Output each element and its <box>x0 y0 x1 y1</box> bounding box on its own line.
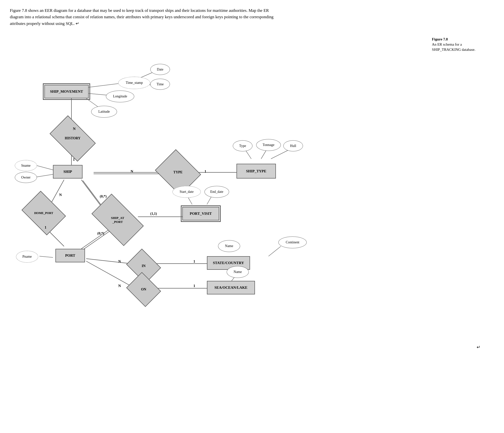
hull-label: Hull <box>290 144 296 148</box>
ship-movement-entity: SHIP_MOVEMENT <box>44 85 89 98</box>
start-date-label: Start_date <box>180 190 194 194</box>
port-label: PORT <box>65 253 75 258</box>
svg-line-13 <box>52 180 64 202</box>
sname-attr: Sname <box>15 160 37 171</box>
pname-label: Pname <box>22 255 32 259</box>
latitude-label: Latitude <box>98 110 110 114</box>
latitude-attr: Latitude <box>91 106 117 118</box>
continent-attr: Continent <box>278 236 307 248</box>
ship-movement-label: SHIP_MOVEMENT <box>50 90 83 94</box>
date-label: Date <box>157 68 163 72</box>
diagram-svg <box>10 34 490 355</box>
cardinality-home-port-n: N <box>59 193 62 197</box>
sea-ocean-lake-entity: SEA/OCEAN/LAKE <box>207 281 255 294</box>
sea-name-label: Name <box>234 270 242 274</box>
end-date-label: End_date <box>210 190 223 194</box>
state-name-attr: Name <box>218 240 240 252</box>
history-label: HISTORY <box>65 136 81 141</box>
sea-name-attr: Name <box>227 266 249 278</box>
port-entity: PORT <box>55 249 85 262</box>
svg-line-31 <box>34 174 53 177</box>
ship-label: SHIP <box>63 170 72 174</box>
time-stamp-label: Time_stamp <box>126 81 143 85</box>
cardinality-ship-at-port-0n-lower: (0;*) <box>97 232 104 235</box>
svg-line-30 <box>34 165 53 170</box>
figure-subtitle: An ER schema for a <box>432 42 462 46</box>
in-label: IN <box>142 264 146 268</box>
home-port-label: HOME_PORT <box>34 211 53 215</box>
port-visit-label: PORT_VISIT <box>190 212 212 216</box>
port-visit-entity: PORT_VISIT <box>182 207 219 220</box>
type-attr: Type <box>233 140 252 151</box>
tonnage-attr: Tonnage <box>256 139 281 151</box>
sname-label: Sname <box>21 164 31 168</box>
cardinality-type-1: 1 <box>204 169 206 174</box>
svg-line-22 <box>86 259 131 264</box>
ship-entity: SHIP <box>53 165 83 179</box>
cardinality-ship-at-port-11: (1,1) <box>150 212 157 216</box>
ship-type-entity: SHIP_TYPE <box>236 164 276 179</box>
start-date-attr: Start_date <box>172 186 201 198</box>
time-label: Time <box>156 82 164 86</box>
cardinality-in-n: N <box>118 259 121 264</box>
on-diamond: ON <box>130 278 157 301</box>
type-diamond: TYPE <box>160 158 196 187</box>
cardinality-in-1: 1 <box>193 259 195 264</box>
svg-line-29 <box>39 256 53 257</box>
svg-line-2 <box>89 84 118 87</box>
pname-attr: Pname <box>16 251 38 263</box>
type-label: TYPE <box>173 170 183 175</box>
type-attr-label: Type <box>239 144 246 148</box>
time-attr: Time <box>150 79 170 90</box>
svg-line-26 <box>269 246 281 256</box>
sea-ocean-lake-label: SEA/OCEAN/LAKE <box>214 286 247 290</box>
cardinality-history-n: N <box>73 127 76 131</box>
tonnage-label: Tonnage <box>263 143 274 147</box>
longitude-label: Longitude <box>113 94 127 98</box>
figure-caption: Figure 7.8 An ER schema for a SHIP_TRACK… <box>432 37 475 52</box>
ship-type-label: SHIP_TYPE <box>246 169 267 173</box>
figure-subtitle2: SHIP_TRACKING database. <box>432 48 475 52</box>
cardinality-history-1: 1 <box>73 158 75 162</box>
figure-title: Figure 7.8 <box>432 37 448 41</box>
return-arrow: ↵ <box>477 344 480 350</box>
intro-paragraph: Figure 7.8 shows an EER diagram for a da… <box>10 7 281 27</box>
cardinality-type-n: N <box>131 169 133 174</box>
hull-attr: Hull <box>283 140 303 151</box>
home-port-diamond: HOME_PORT <box>26 199 62 227</box>
longitude-attr: Longitude <box>106 90 134 102</box>
owner-attr: Owner <box>15 172 37 183</box>
on-label: ON <box>141 288 146 292</box>
ship-at-port-diamond: SHIP_AT_PORT <box>95 206 140 234</box>
ship-at-port-label: SHIP_AT_PORT <box>111 216 124 224</box>
history-diamond: HISTORY <box>53 126 92 151</box>
owner-label: Owner <box>21 176 31 180</box>
cardinality-ship-at-port-0n-upper: (0;*) <box>100 195 107 198</box>
state-name-label: Name <box>225 244 233 248</box>
cardinality-on-n: N <box>118 284 121 288</box>
cardinality-home-port-1: 1 <box>45 225 47 230</box>
cardinality-on-1: 1 <box>193 284 195 288</box>
date-attr: Date <box>150 64 170 75</box>
time-stamp-attr: Time_stamp <box>118 77 150 89</box>
state-country-label: STATE/COUNTRY <box>213 261 244 265</box>
svg-line-23 <box>86 261 131 286</box>
continent-label: Continent <box>286 240 299 244</box>
end-date-attr: End_date <box>204 186 229 198</box>
diagram-container: SHIP_MOVEMENT SHIP SHIP_TYPE PORT_VISIT … <box>10 34 490 355</box>
